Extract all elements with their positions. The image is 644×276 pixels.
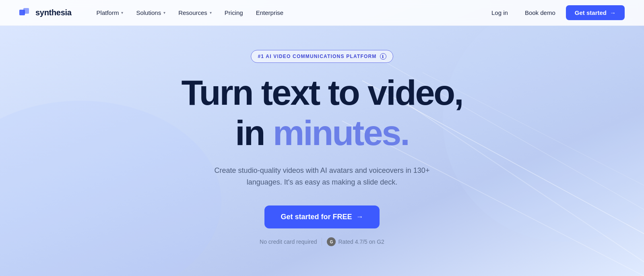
logo-link[interactable]: synthesia (19, 8, 72, 18)
navbar: synthesia Platform ▾ Solutions ▾ Resourc… (0, 0, 644, 26)
nav-links: Platform ▾ Solutions ▾ Resources ▾ Prici… (91, 6, 485, 19)
nav-platform[interactable]: Platform ▾ (91, 6, 129, 19)
nav-right: Log in Book demo Get started → (485, 5, 625, 20)
page-wrapper: synthesia Platform ▾ Solutions ▾ Resourc… (0, 0, 644, 276)
nav-resources[interactable]: Resources ▾ (173, 6, 217, 19)
hero-footer-note: No credit card required G Rated 4.7/5 on… (260, 237, 384, 246)
nav-pricing[interactable]: Pricing (219, 6, 249, 19)
hero-badge: #1 AI VIDEO COMMUNICATIONS PLATFORM ℹ (251, 50, 393, 63)
book-demo-button[interactable]: Book demo (518, 6, 563, 19)
logo-icon (19, 8, 32, 18)
g2-rating-text: Rated 4.7/5 on G2 (338, 239, 384, 245)
info-icon[interactable]: ℹ (380, 53, 386, 60)
hero-highlight: minutes. (273, 113, 409, 153)
cta-button[interactable]: Get started for FREE → (264, 205, 379, 228)
chevron-down-icon: ▾ (163, 10, 165, 15)
chevron-down-icon: ▾ (210, 10, 212, 15)
login-button[interactable]: Log in (485, 6, 514, 19)
chevron-down-icon: ▾ (121, 10, 123, 15)
hero-title-line1: Turn text to video, (181, 74, 462, 111)
hero-subtitle: Create studio-quality videos with AI ava… (205, 165, 439, 188)
svg-rect-9 (23, 8, 29, 14)
hero-section: #1 AI VIDEO COMMUNICATIONS PLATFORM ℹ Tu… (0, 26, 644, 246)
divider (322, 238, 322, 246)
get-started-nav-button[interactable]: Get started → (566, 5, 625, 20)
arrow-icon: → (610, 9, 616, 16)
g2-icon: G (327, 237, 336, 246)
hero-title-line2: in minutes. (235, 114, 409, 151)
no-credit-card-text: No credit card required (260, 239, 317, 245)
g2-badge: G Rated 4.7/5 on G2 (327, 237, 384, 246)
nav-solutions[interactable]: Solutions ▾ (130, 6, 171, 19)
nav-enterprise[interactable]: Enterprise (250, 6, 289, 19)
arrow-icon: → (356, 213, 363, 221)
logo-text: synthesia (35, 8, 72, 17)
